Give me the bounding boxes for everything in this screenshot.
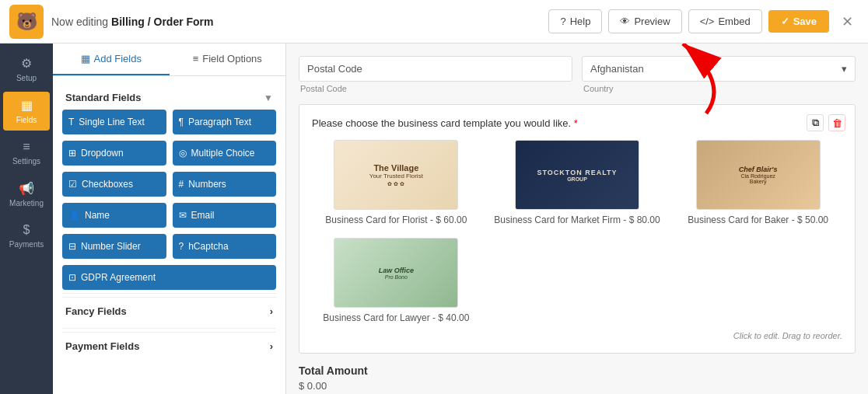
main-layout: ⚙ Setup ▦ Fields ≡ Settings 📢 Marketing … (0, 44, 868, 394)
app-logo: 🐻 (9, 5, 44, 39)
total-label: Total Amount (299, 364, 856, 377)
eye-icon: 👁 (620, 16, 630, 27)
add-fields-icon: ▦ (81, 53, 90, 65)
card-thumb-florist: The Village Your Trusted Florist ✿ ✿ ✿ (334, 140, 458, 210)
field-options-icon: ≡ (193, 53, 199, 65)
header-title: Now editing Billing / Order Form (51, 16, 541, 28)
name-icon: 👤 (68, 210, 80, 221)
field-btn-gdpr[interactable]: ⊡ GDPR Agreement (62, 265, 276, 290)
checkboxes-icon: ☑ (68, 179, 77, 190)
sidebar-item-payments[interactable]: $ Payments (3, 217, 50, 255)
multiple-choice-icon: ◎ (179, 148, 187, 159)
header-title-bold: Billing / Order Form (111, 16, 213, 28)
business-card-section[interactable]: Please choose the business card template… (299, 104, 856, 354)
card-item-baker[interactable]: Chef Blair's Cia Rodriguez Bakery Busine… (674, 140, 842, 225)
fancy-chevron-icon: › (270, 305, 273, 317)
field-btn-numbers[interactable]: # Numbers (173, 172, 277, 197)
country-field: Afghanistan ▾ Country (582, 56, 856, 93)
email-icon: ✉ (179, 210, 187, 221)
field-btn-paragraph[interactable]: ¶ Paragraph Text (173, 110, 277, 134)
panel-content: Standard Fields ▼ T Single Line Text ¶ P… (53, 76, 285, 394)
setup-icon: ⚙ (21, 56, 32, 71)
gdpr-icon: ⊡ (68, 272, 76, 283)
payment-fields-section[interactable]: Payment Fields › (62, 332, 276, 360)
card-label-baker: Business Card for Baker - $ 50.00 (688, 214, 828, 225)
check-icon: ✓ (781, 16, 789, 27)
card-thumb-market: STOCKTON REALTY GROUP (515, 140, 639, 210)
embed-icon: </> (700, 16, 715, 27)
duplicate-button[interactable]: ⧉ (807, 114, 824, 131)
total-value: $ 0.00 (299, 380, 856, 392)
card-section-actions: ⧉ 🗑 (807, 114, 845, 131)
card-label-florist: Business Card for Florist - $ 60.00 (325, 214, 467, 225)
field-btn-name[interactable]: 👤 Name (62, 203, 166, 228)
card-label-market: Business Card for Market Firm - $ 80.00 (494, 214, 660, 225)
chevron-down-icon: ▼ (264, 92, 273, 103)
tab-add-fields[interactable]: ▦ Add Fields (53, 44, 170, 75)
numbers-icon: # (179, 179, 184, 190)
sidebar-item-fields[interactable]: ▦ Fields (3, 92, 50, 131)
delete-button[interactable]: 🗑 (828, 114, 845, 131)
card-thumb-baker: Chef Blair's Cia Rodriguez Bakery (696, 140, 821, 210)
header: 🐻 Now editing Billing / Order Form ? Hel… (0, 0, 868, 44)
postal-code-field: Postal Code Postal Code (299, 56, 572, 93)
preview-button[interactable]: 👁 Preview (608, 9, 681, 33)
help-button[interactable]: ? Help (548, 9, 602, 33)
field-btn-checkboxes[interactable]: ☑ Checkboxes (62, 172, 166, 197)
card-thumb-lawyer: Law Office Pro Bono (334, 238, 458, 308)
header-actions: ? Help 👁 Preview </> Embed ✓ Save ✕ (548, 9, 859, 33)
dropdown-icon: ⊞ (68, 148, 76, 159)
card-item-market[interactable]: STOCKTON REALTY GROUP Business Card for … (493, 140, 662, 225)
payment-chevron-icon: › (270, 340, 273, 352)
sidebar-nav: ⚙ Setup ▦ Fields ≡ Settings 📢 Marketing … (0, 44, 53, 394)
payments-icon: $ (23, 223, 30, 237)
field-btn-multiple-choice[interactable]: ◎ Multiple Choice (173, 141, 277, 166)
save-button[interactable]: ✓ Save (768, 10, 829, 33)
card-label-lawyer: Business Card for Lawyer - $ 40.00 (323, 312, 469, 323)
postal-code-label: Postal Code (299, 84, 572, 93)
standard-fields-section[interactable]: Standard Fields ▼ (62, 85, 276, 110)
country-chevron-icon: ▾ (842, 63, 847, 75)
embed-button[interactable]: </> Embed (688, 9, 762, 33)
field-btn-dropdown[interactable]: ⊞ Dropdown (62, 141, 166, 166)
card-section-title: Please choose the business card template… (312, 117, 842, 129)
panel-tabs: ▦ Add Fields ≡ Field Options (53, 44, 285, 76)
field-btn-single-line[interactable]: T Single Line Text (62, 110, 166, 134)
required-marker: * (574, 117, 578, 129)
number-slider-icon: ⊟ (68, 241, 76, 252)
sidebar-item-marketing[interactable]: 📢 Marketing (3, 175, 50, 214)
fields-icon: ▦ (21, 98, 33, 113)
field-btn-email[interactable]: ✉ Email (173, 203, 277, 228)
header-title-prefix: Now editing (51, 16, 111, 28)
click-hint: Click to edit. Drag to reorder. (312, 331, 842, 340)
single-line-icon: T (68, 117, 74, 127)
sidebar-item-settings[interactable]: ≡ Settings (3, 134, 50, 172)
hcaptcha-icon: ? (179, 241, 184, 252)
tab-field-options[interactable]: ≡ Field Options (170, 44, 286, 75)
card-grid: The Village Your Trusted Florist ✿ ✿ ✿ B… (312, 140, 842, 323)
sidebar-item-setup[interactable]: ⚙ Setup (3, 50, 50, 89)
field-btn-hcaptcha[interactable]: ? hCaptcha (173, 234, 277, 259)
country-label: Country (582, 84, 856, 93)
paragraph-icon: ¶ (179, 117, 184, 127)
postal-code-input[interactable]: Postal Code (299, 56, 572, 82)
fields-grid: T Single Line Text ¶ Paragraph Text ⊞ Dr… (62, 110, 276, 259)
total-section: Total Amount $ 0.00 (299, 364, 856, 392)
settings-icon: ≡ (23, 140, 30, 154)
field-btn-number-slider[interactable]: ⊟ Number Slider (62, 234, 166, 259)
country-select[interactable]: Afghanistan ▾ (582, 56, 856, 82)
close-button[interactable]: ✕ (835, 10, 859, 33)
card-item-lawyer[interactable]: Law Office Pro Bono Business Card for La… (312, 238, 481, 323)
postal-country-row: Postal Code Postal Code Afghanistan ▾ Co… (299, 56, 856, 93)
marketing-icon: 📢 (19, 181, 34, 196)
card-item-florist[interactable]: The Village Your Trusted Florist ✿ ✿ ✿ B… (312, 140, 481, 225)
fields-panel: ▦ Add Fields ≡ Field Options Standard Fi… (53, 44, 286, 394)
form-preview: Postal Code Postal Code Afghanistan ▾ Co… (286, 44, 868, 394)
help-icon: ? (560, 16, 565, 27)
fancy-fields-section[interactable]: Fancy Fields › (62, 297, 276, 325)
